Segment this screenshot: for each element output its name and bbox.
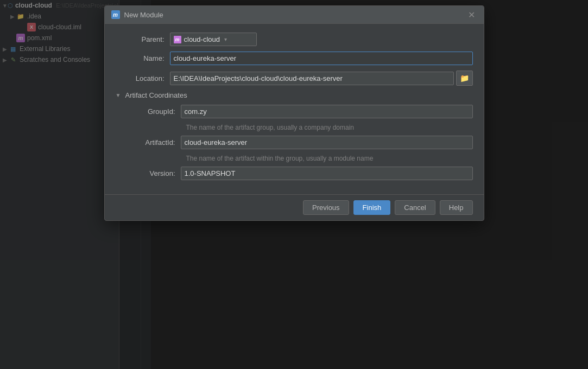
cancel-button[interactable]: Cancel	[395, 200, 435, 215]
groupid-label: GroupId:	[127, 107, 181, 116]
version-input[interactable]	[181, 167, 473, 180]
parent-input-wrap: m cloud-cloud ▾	[170, 33, 473, 46]
artifactid-input-wrap	[181, 136, 473, 149]
parent-combo-arrow: ▾	[224, 36, 227, 42]
groupid-hint: The name of the artifact group, usually …	[170, 124, 473, 131]
dialog-footer: Previous Finish Cancel Help	[105, 194, 484, 220]
dialog-titlebar: m New Module ✕	[105, 6, 484, 24]
browse-folder-icon: 📁	[460, 74, 469, 82]
artifactid-label: ArtifactId:	[127, 138, 181, 147]
parent-combo-value: cloud-cloud	[184, 35, 220, 43]
groupid-row: GroupId:	[116, 105, 473, 118]
dialog-body: Parent: m cloud-cloud ▾ Name:	[105, 24, 484, 194]
location-browse-button[interactable]: 📁	[456, 71, 473, 86]
dialog-title-text: New Module	[124, 11, 466, 19]
previous-button[interactable]: Previous	[303, 200, 349, 215]
groupid-input-wrap	[181, 105, 473, 118]
dialog-overlay: m New Module ✕ Parent: m cloud-cloud ▾	[0, 0, 588, 369]
version-label: Version:	[127, 169, 181, 177]
name-label: Name:	[116, 54, 170, 62]
dialog-title-icon: m	[111, 10, 120, 19]
artifact-section-header: ▼ Artifact Coordinates	[116, 91, 473, 99]
version-input-wrap	[181, 167, 473, 180]
help-button[interactable]: Help	[440, 200, 473, 215]
new-module-dialog: m New Module ✕ Parent: m cloud-cloud ▾	[104, 5, 484, 221]
artifactid-input[interactable]	[181, 136, 473, 149]
artifact-section-title: Artifact Coordinates	[125, 91, 187, 99]
name-input[interactable]	[170, 52, 473, 65]
version-row: Version:	[116, 167, 473, 180]
groupid-input[interactable]	[181, 105, 473, 118]
parent-combo[interactable]: m cloud-cloud ▾	[170, 33, 257, 46]
parent-combo-icon: m	[174, 36, 181, 43]
name-row: Name:	[116, 52, 473, 65]
location-input-wrap: 📁	[170, 71, 473, 86]
location-input[interactable]	[170, 72, 454, 85]
parent-row: Parent: m cloud-cloud ▾	[116, 33, 473, 46]
location-row: Location: 📁	[116, 71, 473, 86]
artifactid-hint: The name of the artifact within the grou…	[170, 155, 473, 162]
dialog-close-button[interactable]: ✕	[466, 9, 477, 20]
finish-button[interactable]: Finish	[353, 200, 391, 215]
artifactid-row: ArtifactId:	[116, 136, 473, 149]
name-input-wrap	[170, 52, 473, 65]
parent-label: Parent:	[116, 35, 170, 43]
location-label: Location:	[116, 74, 170, 82]
artifact-toggle[interactable]: ▼	[116, 92, 123, 98]
